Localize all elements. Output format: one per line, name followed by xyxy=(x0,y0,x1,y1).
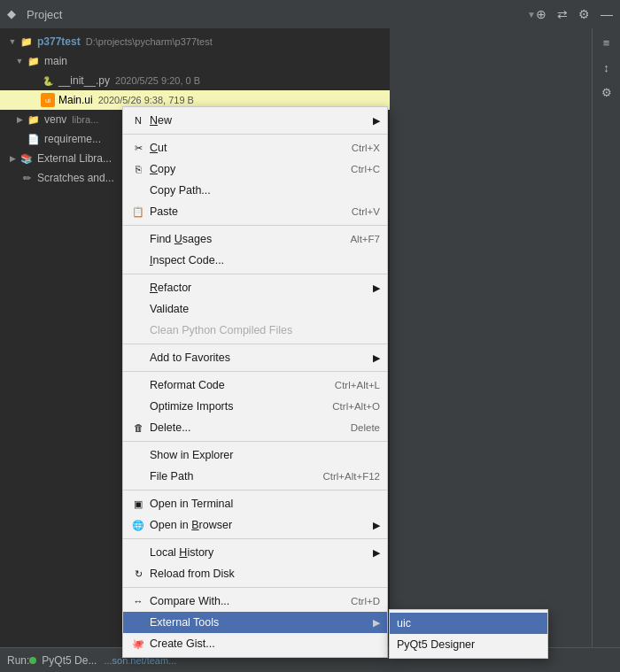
toolbar-btn-1[interactable]: ≡ xyxy=(596,32,617,53)
copy-icon: ⎘ xyxy=(130,161,146,177)
menu-item-open-terminal[interactable]: ▣ Open in Terminal xyxy=(123,493,387,514)
file-icon: 📄 xyxy=(27,132,41,146)
submenu-arrow: ▶ xyxy=(373,115,380,127)
shortcut: Delete xyxy=(351,422,380,433)
shortcut: Ctrl+X xyxy=(352,143,380,153)
menu-item-show-explorer[interactable]: Show in Explorer xyxy=(123,444,387,466)
tree-item-main[interactable]: ▼ 📁 main xyxy=(0,51,390,71)
tree-label: External Libra... xyxy=(37,152,112,165)
shortcut: Ctrl+C xyxy=(351,164,380,174)
tree-meta: 2020/5/25 9:20, 0 B xyxy=(115,75,200,86)
menu-label: Copy Path... xyxy=(150,184,211,197)
menu-item-open-browser[interactable]: 🌐 Open in Browser ▶ xyxy=(123,514,387,536)
menu-item-add-favorites[interactable]: Add to Favorites ▶ xyxy=(123,347,387,368)
separator xyxy=(123,490,387,490)
submenu-item-uic[interactable]: uic xyxy=(390,613,547,634)
history-icon xyxy=(130,545,146,560)
tree-label: Scratches and... xyxy=(37,172,114,184)
menu-label: Refactor xyxy=(150,282,191,294)
expand-arrow: ▶ xyxy=(7,154,18,163)
dropdown-arrow[interactable]: ▼ xyxy=(527,10,536,19)
toolbar-btn-3[interactable]: ⚙ xyxy=(596,81,617,103)
submenu-item-pyqt5-designer[interactable]: PyQt5 Designer xyxy=(390,634,547,655)
tree-label: requireme... xyxy=(44,133,101,145)
menu-item-cut[interactable]: ✂ Cut Ctrl+X xyxy=(123,137,387,158)
sync-icon[interactable]: ⇄ xyxy=(557,7,568,21)
submenu-arrow: ▶ xyxy=(373,282,380,294)
terminal-icon: ▣ xyxy=(130,496,146,512)
menu-item-refactor[interactable]: Refactor ▶ xyxy=(123,277,387,298)
delete-icon: 🗑 xyxy=(130,420,146,436)
shortcut: Ctrl+Alt+O xyxy=(332,401,380,412)
compare-icon: ↔ xyxy=(130,593,146,609)
menu-label: File Path xyxy=(150,470,193,483)
tree-label: p377test xyxy=(37,35,81,48)
title-bar-controls: ⊕ ⇄ ⚙ — xyxy=(536,7,613,21)
toolbar-btn-2[interactable]: ↕ xyxy=(596,57,617,78)
menu-label: External Tools xyxy=(150,616,219,629)
app-icon: ◆ xyxy=(7,7,21,21)
menu-item-copy[interactable]: ⎘ Copy Ctrl+C xyxy=(123,158,387,180)
tree-item-p377test[interactable]: ▼ 📁 p377test D:\projects\pycharm\p377tes… xyxy=(0,32,390,51)
menu-item-reformat[interactable]: Reformat Code Ctrl+Alt+L xyxy=(123,375,387,396)
menu-item-paste[interactable]: 📋 Paste Ctrl+V xyxy=(123,201,387,222)
submenu-arrow: ▶ xyxy=(373,520,380,531)
submenu-arrow: ▶ xyxy=(373,617,380,629)
menu-label: Delete... xyxy=(150,421,191,434)
menu-label: Reload from Disk xyxy=(150,568,235,580)
menu-label: Clean Python Compiled Files xyxy=(150,324,292,336)
filepath-icon xyxy=(130,468,146,484)
submenu-arrow: ▶ xyxy=(373,352,380,364)
menu-label: Create Gist... xyxy=(150,637,215,650)
expand-arrow: ▼ xyxy=(7,37,18,46)
separator xyxy=(123,134,387,135)
separator xyxy=(123,587,387,588)
folder-icon: 📁 xyxy=(27,54,41,68)
submenu-label: PyQt5 Designer xyxy=(397,638,475,651)
menu-item-compare[interactable]: ↔ Compare With... Ctrl+D xyxy=(123,591,387,612)
menu-item-reload[interactable]: ↻ Reload from Disk xyxy=(123,563,387,584)
menu-label: Open in Terminal xyxy=(150,498,233,510)
menu-item-new[interactable]: N New ▶ xyxy=(123,110,387,131)
tree-item-init[interactable]: 🐍 __init__.py 2020/5/25 9:20, 0 B xyxy=(0,71,390,90)
menu-item-create-gist[interactable]: 🐙 Create Gist... xyxy=(123,633,387,654)
settings-icon[interactable]: ⚙ xyxy=(578,7,590,21)
scratch-icon: ✏ xyxy=(19,171,34,185)
menu-label: Inspect Code... xyxy=(150,254,224,266)
menu-label: New xyxy=(150,114,172,127)
menu-item-external-tools[interactable]: External Tools ▶ uic PyQt5 Designer xyxy=(123,612,387,633)
menu-label: Local History xyxy=(150,546,213,559)
minimize-icon[interactable]: — xyxy=(601,7,613,21)
menu-label: Copy xyxy=(150,163,175,175)
menu-item-inspect[interactable]: Inspect Code... xyxy=(123,250,387,271)
right-toolbar: ≡ ↕ ⚙ xyxy=(592,28,620,647)
clean-icon xyxy=(130,322,146,338)
find-icon xyxy=(130,231,146,247)
menu-item-optimize[interactable]: Optimize Imports Ctrl+Alt+O xyxy=(123,396,387,417)
menu-label: Paste xyxy=(150,205,178,218)
separator xyxy=(123,344,387,344)
submenu-label: uic xyxy=(397,617,411,630)
optimize-icon xyxy=(130,398,146,414)
tools-icon xyxy=(130,614,146,630)
expand-arrow: ▶ xyxy=(14,115,25,124)
folder-icon: 📁 xyxy=(27,112,41,127)
separator xyxy=(123,371,387,372)
menu-label: Cut xyxy=(150,142,167,154)
menu-item-find-usages[interactable]: Find Usages Alt+F7 xyxy=(123,228,387,250)
globe-icon[interactable]: ⊕ xyxy=(536,7,546,21)
separator xyxy=(123,274,387,274)
menu-label: Compare With... xyxy=(150,595,229,607)
menu-item-copy-path[interactable]: Copy Path... xyxy=(123,180,387,201)
python-icon: 🐍 xyxy=(41,73,55,88)
shortcut: Ctrl+V xyxy=(352,206,380,217)
submenu-arrow: ▶ xyxy=(373,547,380,559)
menu-item-validate[interactable]: Validate xyxy=(123,298,387,320)
menu-item-delete[interactable]: 🗑 Delete... Delete xyxy=(123,417,387,438)
menu-item-file-path[interactable]: File Path Ctrl+Alt+F12 xyxy=(123,466,387,487)
explorer-icon xyxy=(130,447,146,463)
menu-item-local-history[interactable]: Local History ▶ xyxy=(123,542,387,563)
separator xyxy=(123,538,387,539)
context-menu: N New ▶ ✂ Cut Ctrl+X ⎘ Copy Ctrl+C Copy … xyxy=(122,106,388,658)
copy-path-icon xyxy=(130,182,146,198)
